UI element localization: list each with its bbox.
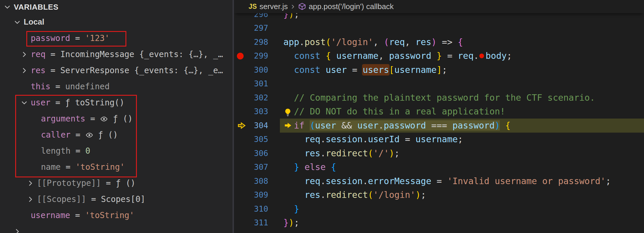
gutter-line-309[interactable]: 309	[234, 188, 280, 202]
variable-res[interactable]: res = ServerResponse {_events: {…}, _e…	[0, 62, 233, 78]
code-line-311[interactable]: 311});	[234, 216, 644, 230]
gutter-line-300[interactable]: 300	[234, 63, 280, 77]
code-line-302[interactable]: 302 // Comparing the plaintext password …	[234, 91, 644, 105]
gutter-glyph-margin[interactable]	[234, 63, 252, 77]
gutter-line-302[interactable]: 302	[234, 91, 280, 105]
code-content-312[interactable]	[280, 230, 644, 233]
code-area[interactable]: 296});297298app.post('/login', (req, res…	[234, 13, 644, 233]
vscode-window: VARIABLES Localpassword = '123'req = Inc…	[0, 0, 644, 233]
breadcrumb-file[interactable]: JS server.js	[249, 2, 288, 11]
gutter-line-301[interactable]: 301	[234, 77, 280, 91]
code-content-301[interactable]	[280, 77, 644, 91]
gutter-line-296[interactable]: 296	[234, 13, 280, 21]
code-content-305[interactable]: req.session.userId = username;	[280, 132, 644, 146]
code-content-309[interactable]: res.redirect('/login');	[280, 188, 644, 202]
code-line-307[interactable]: 307 } else {	[234, 160, 644, 174]
gutter-line-297[interactable]: 297	[234, 21, 280, 35]
variable-arguments[interactable]: arguments = ƒ ()	[0, 111, 233, 127]
gutter-glyph-margin[interactable]	[234, 174, 252, 188]
code-line-306[interactable]: 306 res.redirect('/');	[234, 146, 644, 160]
gutter-glyph-margin[interactable]	[234, 160, 252, 174]
code-line-304[interactable]: 304if (user && user.password === passwor…	[234, 119, 644, 133]
code-line-308[interactable]: 308 req.session.errorMessage = 'Invalid …	[234, 174, 644, 188]
chevron-right-icon[interactable]	[27, 179, 37, 187]
variable-partial[interactable]	[0, 223, 233, 233]
variable-caller[interactable]: caller = ƒ ()	[0, 127, 233, 143]
gutter-glyph-margin[interactable]	[234, 202, 252, 216]
code-line-296[interactable]: 296});	[234, 13, 644, 21]
code-content-306[interactable]: res.redirect('/');	[280, 146, 644, 160]
code-line-312[interactable]: 312	[234, 230, 644, 233]
gutter-line-310[interactable]: 310	[234, 202, 280, 216]
code-content-310[interactable]: }	[280, 202, 644, 216]
scope-local[interactable]: Local	[0, 14, 233, 30]
code-line-305[interactable]: 305 req.session.userId = username;	[234, 132, 644, 146]
code-line-297[interactable]: 297	[234, 21, 644, 35]
code-content-297[interactable]	[280, 21, 644, 35]
gutter-glyph-margin[interactable]	[234, 13, 252, 21]
gutter-glyph-margin[interactable]	[234, 216, 252, 230]
code-content-307[interactable]: } else {	[280, 160, 644, 174]
lightbulb-icon[interactable]	[283, 107, 292, 116]
chevron-down-icon[interactable]	[20, 99, 31, 107]
variable-length[interactable]: length = 0	[0, 143, 233, 159]
code-line-298[interactable]: 298app.post('/login', (req, res) => {	[234, 35, 644, 49]
gutter-line-299[interactable]: 299	[234, 49, 280, 63]
chevron-down-icon[interactable]	[13, 18, 24, 26]
code-content-303[interactable]: // DO NOT do this in a real application!	[280, 104, 644, 119]
gutter-glyph-margin[interactable]	[234, 91, 252, 105]
line-number: 311	[252, 216, 280, 230]
gutter-glyph-margin[interactable]	[234, 230, 252, 233]
gutter-line-311[interactable]: 311	[234, 216, 280, 230]
gutter-glyph-margin[interactable]	[234, 35, 252, 49]
chevron-down-icon[interactable]	[4, 3, 14, 11]
gutter-line-308[interactable]: 308	[234, 174, 280, 188]
gutter-line-298[interactable]: 298	[234, 35, 280, 49]
debug-current-line-arrow-icon[interactable]	[234, 119, 252, 133]
gutter-line-306[interactable]: 306	[234, 146, 280, 160]
gutter-line-303[interactable]: 303	[234, 104, 280, 119]
variable-password[interactable]: password = '123'	[0, 30, 233, 46]
gutter-line-304[interactable]: 304	[234, 119, 280, 133]
code-line-299[interactable]: 299 const { username, password } = req.b…	[234, 49, 644, 63]
variable-req[interactable]: req = IncomingMessage {_events: {…}, _…	[0, 46, 233, 62]
gutter-glyph-margin[interactable]	[234, 146, 252, 160]
variable-prototype[interactable]: [[Prototype]] = ƒ ()	[0, 175, 233, 191]
code-content-304[interactable]: if (user && user.password === password) …	[280, 119, 644, 133]
gutter-line-307[interactable]: 307	[234, 160, 280, 174]
code-content-296[interactable]: });	[280, 13, 644, 21]
code-line-300[interactable]: 300 const user = users[username];	[234, 63, 644, 77]
line-number: 307	[252, 160, 280, 174]
variable-username[interactable]: username = 'toString'	[0, 207, 233, 223]
code-content-299[interactable]: const { username, password } = req.body;	[280, 49, 644, 63]
code-content-298[interactable]: app.post('/login', (req, res) => {	[280, 35, 644, 49]
gutter-glyph-margin[interactable]	[234, 21, 252, 35]
code-content-308[interactable]: req.session.errorMessage = 'Invalid user…	[280, 174, 644, 188]
gutter-glyph-margin[interactable]	[234, 188, 252, 202]
variable-scopes[interactable]: [[Scopes]] = Scopes[0]	[0, 191, 233, 207]
code-content-300[interactable]: const user = users[username];	[280, 63, 644, 77]
chevron-right-icon[interactable]	[20, 67, 31, 74]
chevron-right-icon[interactable]	[27, 196, 37, 203]
line-number: 308	[252, 174, 280, 188]
gutter-line-305[interactable]: 305	[234, 132, 280, 146]
code-line-310[interactable]: 310 }	[234, 202, 644, 216]
breadcrumb-symbol[interactable]: app.post('/login') callback	[298, 2, 394, 11]
code-content-302[interactable]: // Comparing the plaintext password for …	[280, 91, 644, 105]
variable-this[interactable]: this = undefined	[0, 78, 233, 95]
code-content-311[interactable]: });	[280, 216, 644, 230]
gutter-line-312[interactable]: 312	[234, 230, 280, 233]
code-line-301[interactable]: 301	[234, 77, 644, 91]
chevron-right-icon[interactable]	[13, 228, 24, 233]
code-line-309[interactable]: 309 res.redirect('/login');	[234, 188, 644, 202]
gutter-glyph-margin[interactable]	[234, 104, 252, 119]
chevron-right-icon[interactable]	[20, 51, 31, 58]
variable-user[interactable]: user = ƒ toString()	[0, 95, 233, 111]
gutter-glyph-margin[interactable]	[234, 132, 252, 146]
code-line-303[interactable]: 303 // DO NOT do this in a real applicat…	[234, 104, 644, 119]
gutter-glyph-margin[interactable]	[234, 77, 252, 91]
variable-name[interactable]: name = 'toString'	[0, 159, 233, 175]
variables-pane-header[interactable]: VARIABLES	[0, 0, 233, 14]
editor-pane: 296});297298app.post('/login', (req, res…	[234, 0, 644, 233]
breakpoint-icon[interactable]	[234, 49, 252, 63]
